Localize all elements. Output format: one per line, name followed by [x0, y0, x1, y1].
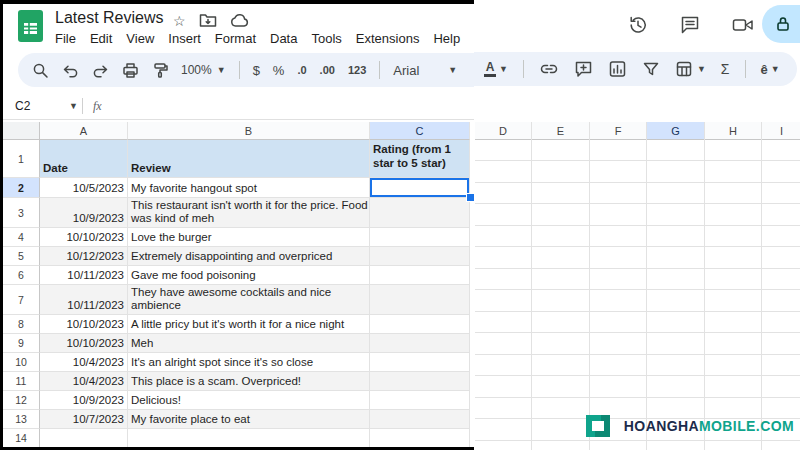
format-percent-button[interactable]: % — [273, 63, 285, 78]
row-header-3[interactable]: 3 — [3, 198, 40, 228]
cell-rating[interactable] — [370, 429, 470, 448]
cell-review[interactable]: This restaurant isn't worth it for the p… — [128, 198, 370, 228]
star-icon[interactable]: ☆ — [173, 14, 186, 28]
column-header-f[interactable]: F — [590, 122, 646, 140]
cell-review[interactable]: They have awesome cocktails and nice amb… — [128, 285, 370, 315]
cell-review[interactable]: My favorite place to eat — [128, 410, 370, 429]
cell-rating[interactable] — [370, 198, 470, 228]
cell-date[interactable]: 10/11/2023 — [40, 285, 128, 315]
insert-link-icon[interactable] — [539, 60, 559, 78]
cell-rating[interactable] — [370, 315, 470, 334]
cell-date[interactable]: 10/11/2023 — [40, 266, 128, 285]
cell-review-label[interactable]: Review — [128, 140, 370, 178]
background-column-f[interactable]: F — [590, 122, 647, 450]
document-title[interactable]: Latest Reviews — [55, 9, 164, 27]
print-icon[interactable] — [122, 62, 139, 79]
column-header-i[interactable]: I — [762, 122, 800, 140]
cell-review[interactable]: Love the burger — [128, 228, 370, 247]
row-header[interactable]: 1 — [3, 140, 40, 178]
select-all-corner[interactable] — [3, 122, 40, 140]
move-to-folder-icon[interactable] — [199, 13, 217, 28]
cloud-saved-icon[interactable] — [230, 13, 250, 28]
cell-date[interactable]: 10/12/2023 — [40, 247, 128, 266]
row-header-6[interactable]: 6 — [3, 266, 40, 285]
format-currency-button[interactable]: $ — [253, 63, 260, 78]
column-header-g[interactable]: G — [647, 122, 704, 140]
row-header-11[interactable]: 11 — [3, 372, 40, 391]
cell-review[interactable]: Delicious! — [128, 391, 370, 410]
menu-item-format[interactable]: Format — [215, 31, 256, 46]
more-formats-button[interactable]: 123 — [348, 64, 366, 76]
version-history-icon[interactable] — [627, 14, 649, 36]
font-selector[interactable]: Arial ▼ — [393, 63, 457, 78]
row-header-12[interactable]: 12 — [3, 391, 40, 410]
decrease-decimal-button[interactable]: .0 — [297, 64, 306, 76]
cell-date[interactable]: 10/4/2023 — [40, 372, 128, 391]
row-header-13[interactable]: 13 — [3, 410, 40, 429]
column-header-a[interactable]: A — [40, 122, 128, 140]
cell-review[interactable]: A little pricy but it's worth it for a n… — [128, 315, 370, 334]
cell-review[interactable]: Gave me food poisoning — [128, 266, 370, 285]
cell-date[interactable]: 10/10/2023 — [40, 228, 128, 247]
cell-rating[interactable] — [370, 372, 470, 391]
background-column-h[interactable]: H — [705, 122, 762, 450]
column-header-b[interactable]: B — [128, 122, 370, 140]
column-header-d[interactable]: D — [475, 122, 531, 140]
cell-rating[interactable] — [370, 334, 470, 353]
share-button[interactable] — [762, 5, 800, 43]
cell-rating[interactable] — [370, 247, 470, 266]
menu-item-tools[interactable]: Tools — [311, 31, 341, 46]
input-tools-button[interactable]: ê ▼ — [761, 62, 780, 77]
cell-rating[interactable] — [370, 228, 470, 247]
cell-review[interactable]: Extremely disappointing and overpriced — [128, 247, 370, 266]
cell-review[interactable] — [128, 429, 370, 448]
cell-date[interactable] — [40, 429, 128, 448]
cell-review[interactable]: It's an alright spot since it's so close — [128, 353, 370, 372]
undo-icon[interactable] — [62, 63, 79, 78]
menu-item-file[interactable]: File — [55, 31, 76, 46]
menu-item-extensions[interactable]: Extensions — [356, 31, 420, 46]
cell-rating[interactable] — [370, 353, 470, 372]
cell-rating[interactable] — [370, 285, 470, 315]
menu-item-data[interactable]: Data — [270, 31, 297, 46]
text-color-button[interactable]: A ▼ — [484, 61, 508, 77]
chevron-down-icon[interactable]: ▼ — [69, 102, 78, 111]
cell-date[interactable]: 10/5/2023 — [40, 178, 128, 198]
row-header-9[interactable]: 9 — [3, 334, 40, 353]
cell-date[interactable]: 10/9/2023 — [40, 198, 128, 228]
cell-rating[interactable] — [370, 391, 470, 410]
cell-review[interactable]: Meh — [128, 334, 370, 353]
cell-date[interactable]: 10/7/2023 — [40, 410, 128, 429]
cell-date-label[interactable]: Date — [40, 140, 128, 178]
insert-comment-icon[interactable] — [574, 60, 593, 78]
name-box[interactable]: C2 — [3, 99, 69, 113]
cell-rating[interactable] — [370, 266, 470, 285]
redo-icon[interactable] — [92, 63, 109, 78]
paint-format-icon[interactable] — [152, 62, 168, 79]
menu-item-edit[interactable]: Edit — [90, 31, 112, 46]
column-header-c[interactable]: C — [370, 122, 470, 140]
cell-date[interactable]: 10/4/2023 — [40, 353, 128, 372]
menu-item-help[interactable]: Help — [433, 31, 460, 46]
selection-fill-handle[interactable] — [466, 193, 475, 202]
cell-rating[interactable] — [370, 410, 470, 429]
background-column-i[interactable]: I — [762, 122, 800, 450]
cell-rating-label[interactable]: Rating (from 1 star to 5 star) — [370, 140, 470, 178]
increase-decimal-button[interactable]: .00 — [320, 64, 335, 76]
zoom-control[interactable]: 100% ▼ — [181, 63, 226, 77]
video-call-icon[interactable] — [731, 14, 755, 36]
row-header-8[interactable]: 8 — [3, 315, 40, 334]
background-column-e[interactable]: E — [532, 122, 590, 450]
menu-item-insert[interactable]: Insert — [168, 31, 201, 46]
row-header-2[interactable]: 2 — [3, 178, 40, 198]
background-column-g[interactable]: G — [647, 122, 705, 450]
column-header-e[interactable]: E — [532, 122, 589, 140]
cell-date[interactable]: 10/10/2023 — [40, 334, 128, 353]
cell-review[interactable]: This place is a scam. Overpriced! — [128, 372, 370, 391]
create-filter-icon[interactable] — [642, 60, 660, 78]
menu-item-view[interactable]: View — [126, 31, 154, 46]
background-column-d[interactable]: D — [475, 122, 532, 450]
comments-icon[interactable] — [679, 14, 701, 36]
column-header-h[interactable]: H — [705, 122, 761, 140]
cell-review[interactable]: My favorite hangout spot — [128, 178, 370, 198]
